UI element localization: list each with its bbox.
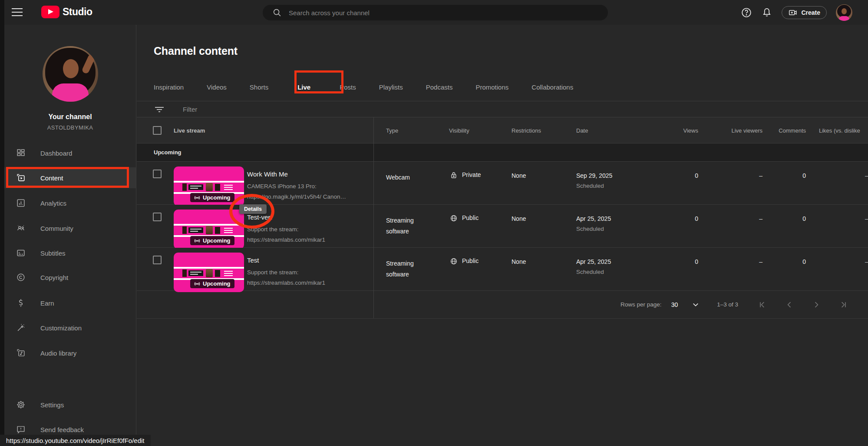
visibility-cell[interactable]: Public: [450, 257, 479, 265]
sidebar-item-label: Dashboard: [40, 150, 72, 157]
sidebar-item-earn[interactable]: Earn: [4, 293, 136, 313]
create-button[interactable]: Create: [782, 6, 827, 19]
create-label: Create: [801, 9, 820, 16]
tab-inspiration[interactable]: Inspiration: [154, 83, 184, 91]
sidebar-item-dashboard[interactable]: Dashboard: [4, 143, 136, 163]
table-row[interactable]: Upcoming Test Support the stream: https:…: [137, 248, 868, 291]
status-badge: Upcoming: [190, 279, 234, 288]
row-checkbox[interactable]: [153, 213, 162, 221]
customization-icon: [16, 323, 26, 333]
rows-per-page-dropdown[interactable]: [692, 301, 700, 309]
stream-title[interactable]: Test: [247, 256, 259, 264]
community-icon: [16, 223, 26, 233]
help-button[interactable]: [741, 7, 752, 18]
comments-cell: 0: [762, 258, 806, 265]
table-row[interactable]: Upcoming Work With Me CAMERAS iPhone 13 …: [137, 162, 868, 205]
video-thumbnail[interactable]: Upcoming: [174, 253, 244, 292]
col-comments: Comments: [762, 127, 806, 134]
tab-live[interactable]: Live: [297, 83, 310, 91]
col-restrictions: Restrictions: [512, 127, 541, 134]
studio-logo[interactable]: Studio: [41, 6, 92, 18]
tab-posts[interactable]: Posts: [340, 83, 356, 91]
details-tooltip: Details: [239, 204, 267, 214]
stream-description: Support the stream: https://streamlabs.c…: [247, 267, 325, 288]
notifications-button[interactable]: [761, 7, 772, 18]
video-thumbnail[interactable]: Upcoming: [174, 166, 244, 206]
sidebar-item-community[interactable]: Community: [4, 218, 136, 239]
status-url: https://studio.youtube.com/video/jIrRiEf…: [6, 437, 145, 444]
tab-promotions[interactable]: Promotions: [475, 83, 508, 91]
next-page-button[interactable]: [812, 300, 821, 309]
tab-podcasts[interactable]: Podcasts: [426, 83, 453, 91]
sidebar-item-subtitles[interactable]: Subtitles: [4, 243, 136, 263]
rows-per-page-value[interactable]: 30: [671, 301, 678, 308]
topbar: Studio Create: [4, 0, 868, 25]
first-page-button[interactable]: [758, 300, 767, 309]
globe-icon: [450, 214, 458, 222]
row-checkbox[interactable]: [153, 170, 162, 178]
settings-icon: [16, 399, 26, 410]
account-avatar[interactable]: [836, 4, 852, 21]
col-type: Type: [386, 127, 398, 134]
date-cell: Sep 29, 2025 Scheduled: [576, 172, 612, 189]
tab-playlists[interactable]: Playlists: [379, 83, 403, 91]
filter-bar[interactable]: Filter: [137, 101, 868, 117]
youtube-play-icon: [41, 6, 59, 18]
search-input[interactable]: [289, 9, 599, 17]
channel-title: Your channel: [4, 113, 136, 121]
stream-title[interactable]: Test-vert: [247, 213, 272, 221]
views-cell: 0: [636, 258, 698, 265]
comments-cell: 0: [762, 172, 806, 179]
likes-cell: –: [865, 215, 868, 222]
lock-icon: [450, 171, 458, 179]
tab-shorts[interactable]: Shorts: [250, 83, 268, 91]
sidebar-item-copyright[interactable]: Copyright: [4, 267, 136, 288]
date-status: Scheduled: [576, 269, 611, 275]
views-cell: 0: [636, 172, 698, 179]
status-badge: Upcoming: [190, 193, 234, 202]
topbar-actions: Create: [741, 0, 852, 25]
live-viewers-cell: –: [707, 215, 762, 222]
help-icon: [741, 7, 752, 18]
search-bar[interactable]: [263, 5, 608, 20]
first-page-icon: [758, 300, 767, 309]
tab-collaborations[interactable]: Collaborations: [531, 83, 573, 91]
dashboard-icon: [16, 148, 26, 158]
live-broadcast-icon: [194, 238, 200, 244]
page-range: 1–3 of 3: [717, 301, 738, 308]
feedback-icon: [16, 424, 26, 435]
tab-videos[interactable]: Videos: [207, 83, 227, 91]
live-broadcast-icon: [194, 281, 200, 287]
stream-description: CAMERAS iPhone 13 Pro: https://go.magik.…: [247, 181, 346, 202]
sidebar-item-content[interactable]: Content: [4, 167, 136, 188]
type-cell: Streaming software: [386, 215, 428, 237]
visibility-cell[interactable]: Private: [450, 171, 481, 179]
stream-title[interactable]: Work With Me: [247, 170, 288, 178]
row-checkbox[interactable]: [153, 256, 162, 264]
sidebar-item-settings[interactable]: Settings: [4, 394, 136, 415]
create-video-icon: [788, 8, 798, 17]
live-viewers-cell: –: [707, 172, 762, 179]
visibility-cell[interactable]: Public: [450, 214, 479, 222]
channel-avatar[interactable]: [43, 46, 98, 102]
sidebar-item-customization[interactable]: Customization: [4, 317, 136, 338]
date-cell: Apr 25, 2025 Scheduled: [576, 258, 611, 275]
last-page-button[interactable]: [839, 300, 848, 309]
video-thumbnail[interactable]: Upcoming: [174, 210, 244, 249]
audio-library-icon: [16, 348, 26, 358]
live-broadcast-icon: [194, 195, 200, 201]
subtitles-icon: [16, 248, 26, 258]
sidebar-item-label: Audio library: [40, 349, 76, 357]
sidebar-item-label: Earn: [40, 300, 54, 307]
menu-button[interactable]: [12, 8, 23, 17]
sidebar-item-analytics[interactable]: Analytics: [4, 193, 136, 213]
comments-cell: 0: [762, 215, 806, 222]
select-all-checkbox[interactable]: [153, 126, 162, 135]
sidebar-item-audio-library[interactable]: Audio library: [4, 343, 136, 363]
date-status: Scheduled: [576, 183, 612, 189]
main-content: Channel content Inspiration Videos Short…: [137, 25, 868, 446]
column-divider: [373, 117, 374, 319]
analytics-icon: [16, 198, 26, 208]
page-title: Channel content: [154, 45, 238, 57]
prev-page-button[interactable]: [785, 300, 794, 309]
